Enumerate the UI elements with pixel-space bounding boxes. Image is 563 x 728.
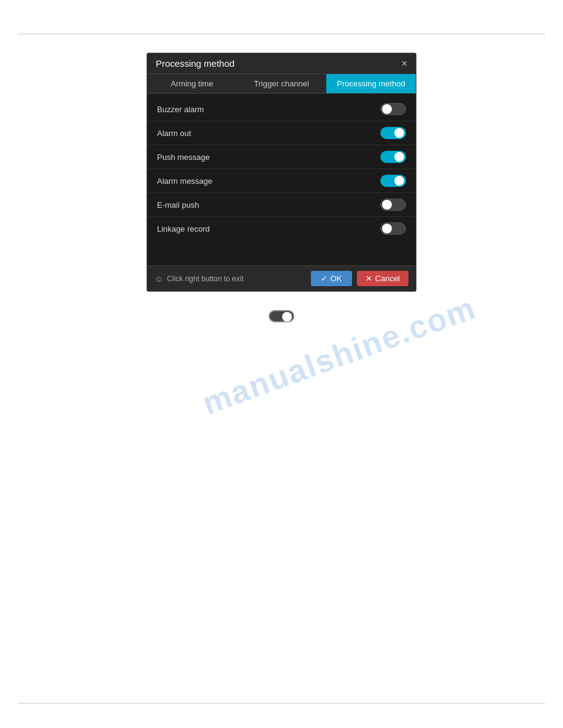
row-buzzer-alarm: Buzzer alarm (147, 97, 416, 121)
dialog-tabs: Arming time Trigger channel Processing m… (147, 74, 416, 94)
row-push-message: Push message (147, 145, 416, 169)
linkage-record-toggle[interactable] (380, 222, 406, 235)
dialog-title: Processing method (156, 58, 234, 69)
push-message-toggle[interactable] (380, 151, 406, 163)
row-alarm-message: Alarm message (147, 169, 416, 193)
tab-processing-method[interactable]: Processing method (326, 74, 416, 93)
alarm-out-toggle[interactable] (380, 127, 406, 139)
dialog-footer: ☺ Click right button to exit ✓ OK ✕ Canc… (147, 265, 416, 291)
linkage-record-label: Linkage record (157, 224, 210, 233)
alarm-message-toggle[interactable] (380, 175, 406, 187)
footer-hint: ☺ Click right button to exit (155, 274, 306, 284)
cancel-button[interactable]: ✕ Cancel (357, 271, 408, 286)
ok-check-icon: ✓ (321, 274, 327, 283)
ok-button[interactable]: ✓ OK (311, 271, 352, 286)
footer-hint-text: Click right button to exit (167, 275, 243, 283)
email-push-label: E-mail push (157, 200, 199, 210)
page: Processing method × Arming time Trigger … (0, 0, 563, 728)
email-push-toggle[interactable] (380, 199, 406, 211)
bottom-divider (18, 703, 545, 703)
tab-trigger-channel[interactable]: Trigger channel (237, 74, 326, 93)
row-alarm-out: Alarm out (147, 121, 416, 145)
ok-label: OK (331, 274, 342, 283)
buzzer-alarm-toggle-knob (382, 104, 392, 114)
push-message-toggle-knob (394, 152, 404, 162)
alarm-message-toggle-knob (394, 176, 404, 186)
dialog: Processing method × Arming time Trigger … (147, 53, 416, 292)
buzzer-alarm-label: Buzzer alarm (157, 105, 204, 114)
buzzer-alarm-toggle[interactable] (380, 103, 406, 115)
toggle-example-knob (282, 312, 292, 322)
alarm-out-toggle-knob (394, 128, 404, 138)
push-message-label: Push message (157, 153, 210, 162)
tab-arming-time[interactable]: Arming time (147, 74, 237, 93)
content-area: Processing method × Arming time Trigger … (0, 34, 563, 322)
alarm-message-label: Alarm message (157, 176, 212, 186)
linkage-record-toggle-knob (382, 224, 392, 233)
email-push-toggle-knob (382, 200, 392, 210)
toggle-example (269, 310, 294, 322)
dialog-titlebar: Processing method × (147, 53, 416, 74)
smiley-icon: ☺ (155, 274, 163, 284)
row-email-push: E-mail push (147, 193, 416, 217)
dialog-close-button[interactable]: × (402, 59, 407, 69)
alarm-out-label: Alarm out (157, 129, 191, 138)
toggle-example-image (269, 310, 294, 322)
cancel-x-icon: ✕ (366, 274, 372, 283)
dialog-body: Buzzer alarm Alarm out Push message (147, 94, 416, 265)
cancel-label: Cancel (375, 274, 400, 283)
row-linkage-record: Linkage record (147, 217, 416, 240)
